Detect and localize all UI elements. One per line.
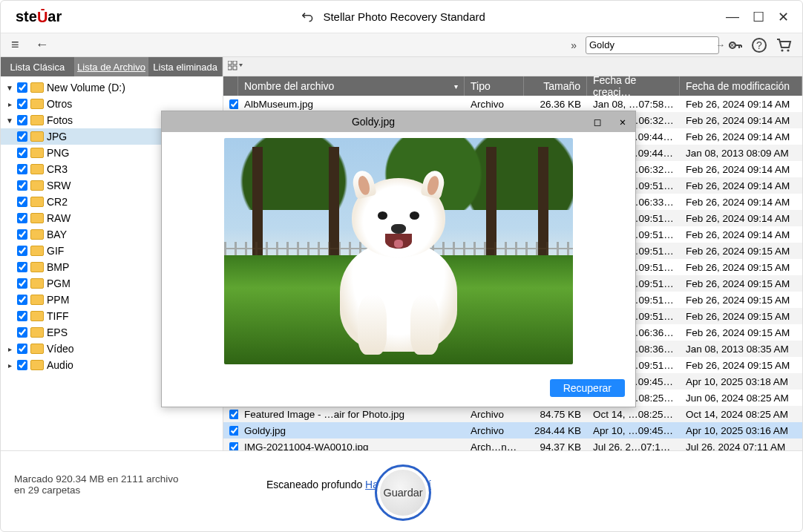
file-type: Arch…nado: [465, 441, 524, 451]
folder-icon: [30, 180, 44, 191]
folder-icon: [30, 115, 44, 125]
tab-deleted[interactable]: Lista eliminada: [148, 57, 223, 76]
file-name: AlbMuseum.jpg: [238, 99, 465, 110]
file-modified: Feb 26, 2024 09:14 AM: [680, 197, 802, 208]
col-created[interactable]: Fecha de creaci…: [587, 76, 680, 96]
folder-icon: [30, 311, 44, 321]
tab-file[interactable]: Lista de Archivo: [75, 57, 149, 76]
tree-node[interactable]: ▸Otros: [1, 96, 223, 112]
row-checkbox[interactable]: [229, 410, 238, 419]
tree-checkbox[interactable]: [17, 148, 27, 158]
close-button[interactable]: ✕: [778, 9, 789, 25]
col-size[interactable]: Tamaño: [524, 76, 587, 96]
file-modified: Feb 26, 2024 09:14 AM: [680, 180, 802, 191]
tree-checkbox[interactable]: [17, 82, 27, 93]
table-row[interactable]: Featured Image - …air for Photo.jpgArchi…: [223, 406, 802, 422]
tree-checkbox[interactable]: [17, 180, 27, 191]
help-icon[interactable]: ?: [752, 38, 767, 53]
folder-icon: [30, 229, 44, 240]
search-box[interactable]: → ⊗: [586, 36, 719, 54]
folder-icon: [30, 197, 44, 207]
tab-classic[interactable]: Lista Clásica: [1, 57, 75, 76]
col-modified[interactable]: Fecha de modificación: [680, 76, 802, 96]
tree-checkbox[interactable]: [17, 278, 27, 289]
tree-checkbox[interactable]: [17, 246, 27, 256]
preview-image: [224, 138, 573, 364]
app-logo: steUar: [8, 8, 62, 25]
row-checkbox[interactable]: [229, 426, 238, 436]
title-bar: steUar Stellar Photo Recovery Standard —…: [1, 1, 802, 33]
file-modified: Jun 06, 2024 08:25 AM: [680, 393, 802, 404]
table-row[interactable]: IMG-20211004-WA0010.jpgArch…nado94.37 KB…: [223, 439, 802, 450]
table-row[interactable]: Goldy.jpgArchivo284.44 KBApr 10, …09:45 …: [223, 422, 802, 439]
file-name: Goldy.jpg: [238, 425, 465, 436]
folder-icon: [30, 344, 44, 354]
row-checkbox[interactable]: [229, 99, 238, 109]
tree-checkbox[interactable]: [17, 344, 27, 354]
grid-view-icon[interactable]: [228, 61, 243, 73]
svg-rect-5: [228, 66, 232, 70]
file-modified: Feb 26, 2024 09:15 AM: [680, 246, 802, 257]
tree-label: Audio: [47, 359, 73, 371]
tree-label: Fotos: [47, 114, 73, 126]
table-row[interactable]: AlbMuseum.jpgArchivo26.36 KBJan 08, …07:…: [223, 96, 802, 112]
file-size: 94.37 KB: [524, 441, 587, 451]
minimize-button[interactable]: —: [726, 9, 739, 24]
col-name[interactable]: Nombre del archivo▾: [238, 76, 465, 96]
preview-window: Goldy.jpg □ ✕ Recuperar: [161, 111, 636, 407]
file-modified: Feb 26, 2024 09:15 AM: [680, 360, 802, 371]
tree-label: New Volume (D:): [47, 82, 125, 93]
file-size: 84.75 KB: [524, 409, 587, 420]
tree-checkbox[interactable]: [17, 262, 27, 272]
folder-icon: [30, 360, 44, 370]
undo-icon[interactable]: [302, 12, 315, 22]
file-name: Featured Image - …air for Photo.jpg: [238, 409, 465, 420]
tree-checkbox[interactable]: [17, 99, 27, 109]
save-button[interactable]: Guardar: [375, 464, 431, 521]
tree-node[interactable]: ▼New Volume (D:): [1, 79, 223, 96]
file-name: IMG-20211004-WA0010.jpg: [238, 441, 465, 451]
recover-button[interactable]: Recuperar: [550, 379, 625, 397]
folder-icon: [30, 99, 44, 109]
tree-checkbox[interactable]: [17, 197, 27, 207]
folder-icon: [30, 164, 44, 174]
tree-label: BMP: [47, 261, 69, 273]
tree-label: SRW: [47, 180, 71, 191]
tree-checkbox[interactable]: [17, 327, 27, 338]
preview-title: Goldy.jpg: [162, 116, 585, 128]
svg-point-0: [730, 42, 735, 48]
key-icon[interactable]: [724, 36, 747, 54]
file-modified: Feb 26, 2024 09:14 AM: [680, 131, 802, 142]
tree-checkbox[interactable]: [17, 131, 27, 142]
file-type: Archivo: [465, 425, 524, 436]
maximize-button[interactable]: ☐: [753, 9, 764, 25]
cart-icon[interactable]: [771, 36, 796, 54]
main-toolbar: ≡ ← » → ⊗ ?: [1, 33, 802, 57]
tree-label: PNG: [47, 147, 69, 159]
col-type[interactable]: Tipo: [465, 76, 524, 96]
file-modified: Feb 26, 2024 09:15 AM: [680, 262, 802, 273]
menu-icon[interactable]: ≡: [7, 36, 24, 54]
file-created: Jul 26, 2…07:11 AM: [587, 441, 680, 451]
file-created: Apr 10, …09:45 AM: [587, 425, 680, 436]
file-modified: Feb 26, 2024 09:14 AM: [680, 229, 802, 240]
tree-checkbox[interactable]: [17, 164, 27, 174]
tree-checkbox[interactable]: [17, 229, 27, 240]
chevrons-icon[interactable]: »: [566, 38, 581, 53]
file-size: 284.44 KB: [524, 425, 587, 436]
row-checkbox[interactable]: [229, 442, 238, 451]
svg-rect-3: [228, 61, 232, 65]
tree-label: JPG: [47, 131, 67, 142]
tree-checkbox[interactable]: [17, 115, 27, 125]
file-modified: Feb 26, 2024 09:15 AM: [680, 278, 802, 289]
tree-checkbox[interactable]: [17, 311, 27, 321]
preview-maximize-icon[interactable]: □: [585, 116, 610, 128]
tree-label: PGM: [47, 278, 71, 289]
tree-checkbox[interactable]: [17, 360, 27, 370]
tree-checkbox[interactable]: [17, 213, 27, 223]
search-input[interactable]: [589, 39, 714, 50]
preview-close-icon[interactable]: ✕: [610, 116, 635, 128]
back-icon[interactable]: ←: [31, 36, 53, 54]
file-type: Archivo: [465, 99, 524, 110]
tree-checkbox[interactable]: [17, 295, 27, 305]
